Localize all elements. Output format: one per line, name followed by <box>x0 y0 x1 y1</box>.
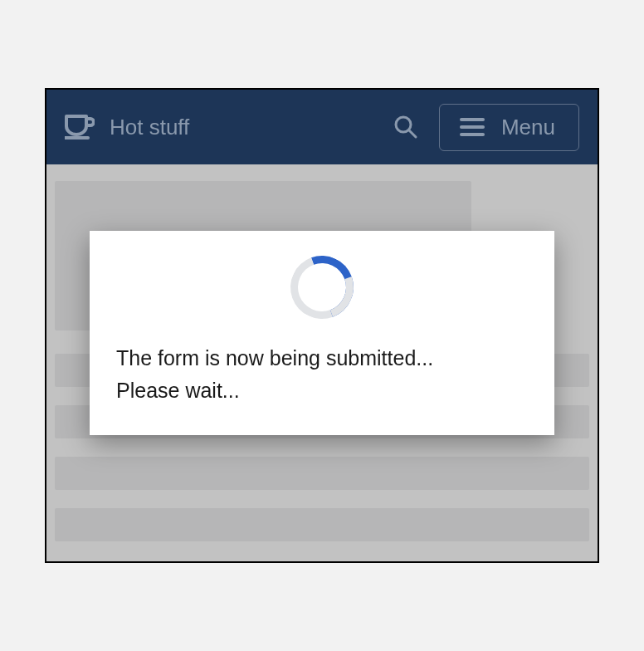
loading-spinner-icon <box>281 246 364 330</box>
loading-modal: The form is now being submitted... Pleas… <box>90 231 554 435</box>
search-icon[interactable] <box>389 110 422 144</box>
spinner-wrap <box>116 256 528 319</box>
top-bar: Hot stuff Menu <box>46 90 598 164</box>
menu-button-label: Menu <box>501 115 555 140</box>
app-frame: Hot stuff Menu The form is now being sub… <box>45 88 599 563</box>
brand[interactable]: Hot stuff <box>65 115 189 140</box>
cup-icon <box>65 115 95 140</box>
modal-message-line1: The form is now being submitted... <box>116 342 528 374</box>
modal-message-line2: Please wait... <box>116 374 528 407</box>
menu-button[interactable]: Menu <box>439 104 579 151</box>
svg-line-2 <box>409 130 416 137</box>
brand-label: Hot stuff <box>110 115 189 140</box>
hamburger-icon <box>460 118 485 136</box>
